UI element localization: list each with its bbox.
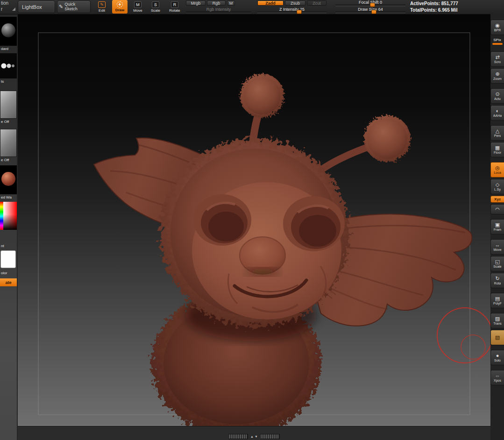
texture-preview[interactable] xyxy=(0,129,17,157)
zsub-button[interactable]: Zsub xyxy=(285,0,305,6)
quick-sketch-button[interactable]: ✎ Quick Sketch xyxy=(57,0,91,13)
xpose-button[interactable]: ⇔ Xpos xyxy=(490,370,504,385)
aahalf-label: AAHa xyxy=(493,114,502,118)
scale-label: Scale xyxy=(151,8,160,13)
mrgb-label: Mrgb xyxy=(191,1,201,6)
sculpt-model[interactable] xyxy=(18,14,490,426)
stroke-dots-icon xyxy=(0,53,17,78)
bottom-scrollbar: ▲ ▼ xyxy=(18,426,490,440)
current-color-swatch[interactable] xyxy=(0,250,16,268)
solo-button[interactable]: ● Solo xyxy=(490,350,504,365)
zadd-button[interactable]: Zadd xyxy=(257,0,284,6)
actual-size-button[interactable]: ⊙ Actu xyxy=(490,88,504,104)
pencil-icon: ✎ xyxy=(59,4,63,9)
persp-button[interactable]: △ Pers xyxy=(490,125,504,141)
move-icon: M xyxy=(134,1,142,8)
xyz-button[interactable]: Xyz xyxy=(490,196,504,203)
eye-right xyxy=(283,196,345,251)
local-pivot-icon: ◎ xyxy=(495,165,500,171)
z-intensity-handle[interactable] xyxy=(297,10,302,14)
switch-color-label: olor xyxy=(1,271,7,275)
z-intensity-slider[interactable]: Z Intensity 25 xyxy=(257,7,327,13)
scroll-button[interactable]: ⇄ Scro xyxy=(490,51,504,67)
floor-grid-icon: ▦ xyxy=(495,145,500,151)
brush-name-label: dard xyxy=(1,47,8,51)
hue-strip[interactable] xyxy=(0,202,3,230)
zoom-button[interactable]: ⊕ Zoom xyxy=(490,68,504,84)
focal-shift-handle[interactable] xyxy=(370,3,375,7)
aahalf-button[interactable]: ◐ AAHa xyxy=(490,105,504,121)
zcut-button[interactable]: Zcut xyxy=(307,0,327,6)
lightbox-button[interactable]: LightBox xyxy=(18,0,55,13)
material-preview[interactable] xyxy=(0,165,17,194)
scroll-grip-right[interactable] xyxy=(260,434,280,439)
activate-button[interactable]: ate xyxy=(0,278,17,286)
frame-button[interactable]: ▣ Fram xyxy=(490,219,504,234)
scale-icon: S xyxy=(152,1,159,8)
scale-button[interactable]: S Scale xyxy=(149,0,163,14)
stroke-preview[interactable] xyxy=(0,53,17,78)
scroll-grip-left[interactable] xyxy=(228,434,248,439)
m-button[interactable]: M xyxy=(227,0,235,6)
polyframe-icon: ▤ xyxy=(495,296,500,302)
ghost-button[interactable]: ▧ xyxy=(490,330,504,345)
draw-size-handle[interactable] xyxy=(371,10,376,14)
z-intensity-label: Z Intensity 25 xyxy=(257,7,327,12)
draw-crosshair-icon: + xyxy=(117,1,123,7)
ghost-icon: ▧ xyxy=(495,334,500,341)
misc-axis-button[interactable]: ◠ xyxy=(490,204,504,214)
canvas-scroll-controls: ▲ ▼ xyxy=(228,434,280,439)
spix-slider[interactable] xyxy=(492,43,503,45)
move-3d-label: Move xyxy=(493,248,501,252)
polyframe-label: PolyF xyxy=(493,302,502,305)
draw-size-slider[interactable]: Draw Size 64 xyxy=(335,7,405,13)
bpr-button[interactable]: ◉ BPR xyxy=(490,20,504,35)
zadd-label: Zadd xyxy=(265,1,276,6)
material-name-label: ed Wa xyxy=(1,195,12,199)
rotate-3d-label: Rota xyxy=(494,282,501,285)
persp-label: Pers xyxy=(494,134,501,138)
aahalf-icon: ◐ xyxy=(496,108,499,114)
edit-label: Edit xyxy=(99,8,105,13)
transparency-button[interactable]: ▨ Trans xyxy=(490,313,504,328)
rotate-3d-button[interactable]: ↻ Rota xyxy=(490,273,504,288)
draw-size-label: Draw Size 64 xyxy=(335,7,405,12)
bpr-render-icon: ◉ xyxy=(495,22,500,28)
rotate-button[interactable]: R Rotate xyxy=(167,0,183,14)
lsym-button[interactable]: ◇ L.Sy xyxy=(490,179,504,194)
color-picker[interactable] xyxy=(0,202,17,230)
saturation-square[interactable] xyxy=(3,202,17,230)
actual-size-label: Actu xyxy=(494,97,501,101)
solo-icon: ● xyxy=(496,353,499,359)
scroll-up-icon[interactable]: ▲ xyxy=(250,434,254,439)
polyframe-button[interactable]: ▤ PolyF xyxy=(490,293,504,308)
eye-left xyxy=(193,194,251,246)
scroll-down-icon[interactable]: ▼ xyxy=(255,434,258,439)
move-3d-button[interactable]: ↔ Move xyxy=(490,239,504,255)
xyz-label: Xyz xyxy=(494,198,501,201)
active-points-readout: ActivePoints: 851,777 xyxy=(410,1,458,6)
alpha-preview[interactable] xyxy=(0,91,17,119)
gradient-label: nt xyxy=(1,244,4,248)
scale-3d-button[interactable]: ◱ Scale xyxy=(490,256,504,271)
mrgb-button[interactable]: Mrgb xyxy=(186,0,206,6)
rgb-button[interactable]: Rgb xyxy=(207,0,226,6)
material-sphere-icon xyxy=(1,172,15,186)
bpr-label: BPR xyxy=(494,28,501,32)
focal-shift-slider[interactable]: Focal Shift 0 xyxy=(335,0,405,6)
viewport[interactable] xyxy=(18,14,490,426)
scale-3d-label: Scale xyxy=(493,265,502,269)
floor-button[interactable]: ▦ Floor xyxy=(490,142,504,157)
move-button[interactable]: M Move xyxy=(131,0,145,14)
m-label: M xyxy=(229,1,233,6)
dock-fold-icon[interactable] xyxy=(12,7,15,11)
scroll-label: Scro xyxy=(494,60,501,64)
spix-button[interactable]: SPix xyxy=(490,36,504,47)
brush-preview[interactable] xyxy=(0,17,17,46)
persp-icon: △ xyxy=(496,128,499,134)
local-button[interactable]: ◎ Loca xyxy=(490,162,504,177)
rgb-intensity-slider[interactable]: Rgb Intensity xyxy=(186,7,251,13)
move-label: Move xyxy=(133,8,142,13)
edit-button[interactable]: ✎ Edit xyxy=(94,0,110,14)
draw-button[interactable]: + Draw xyxy=(112,0,128,14)
